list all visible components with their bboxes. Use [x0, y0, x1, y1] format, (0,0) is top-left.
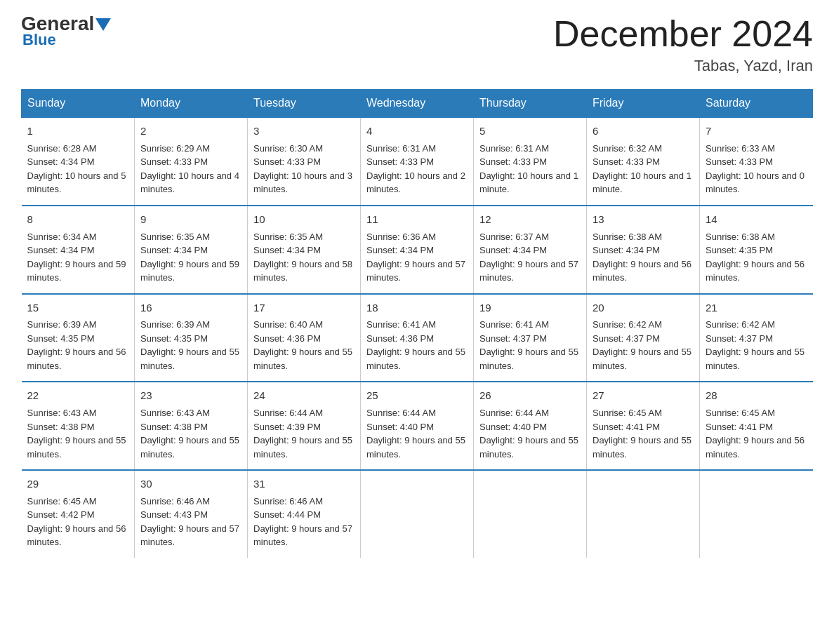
day-number: 26	[479, 388, 581, 403]
week-row-2: 8Sunrise: 6:34 AMSunset: 4:34 PMDaylight…	[22, 206, 813, 294]
day-number: 28	[706, 388, 807, 403]
calendar-header: SundayMondayTuesdayWednesdayThursdayFrid…	[22, 90, 813, 118]
week-row-1: 1Sunrise: 6:28 AMSunset: 4:34 PMDaylight…	[22, 117, 813, 206]
header-cell-thursday: Thursday	[474, 90, 587, 118]
day-number: 13	[593, 212, 694, 227]
day-number: 9	[140, 212, 241, 227]
calendar-cell: 16Sunrise: 6:39 AMSunset: 4:35 PMDayligh…	[135, 294, 248, 382]
day-number: 3	[253, 123, 355, 139]
calendar-cell: 3Sunrise: 6:30 AMSunset: 4:33 PMDaylight…	[248, 117, 361, 206]
day-number: 24	[253, 388, 355, 403]
header-cell-wednesday: Wednesday	[361, 90, 474, 118]
day-number: 15	[27, 300, 129, 316]
calendar-cell	[474, 470, 587, 558]
calendar-cell: 26Sunrise: 6:44 AMSunset: 4:40 PMDayligh…	[474, 382, 587, 470]
day-info: Sunrise: 6:42 AMSunset: 4:37 PMDaylight:…	[593, 318, 694, 373]
calendar-cell: 4Sunrise: 6:31 AMSunset: 4:33 PMDaylight…	[361, 117, 474, 206]
location-title: Tabas, Yazd, Iran	[553, 57, 813, 75]
day-info: Sunrise: 6:35 AMSunset: 4:34 PMDaylight:…	[140, 230, 241, 285]
logo-arrow-icon	[95, 18, 111, 31]
day-number: 7	[706, 123, 807, 139]
calendar-cell: 9Sunrise: 6:35 AMSunset: 4:34 PMDaylight…	[135, 206, 248, 294]
day-number: 11	[366, 212, 468, 227]
day-number: 2	[140, 123, 241, 139]
header-row: SundayMondayTuesdayWednesdayThursdayFrid…	[22, 90, 813, 118]
day-info: Sunrise: 6:34 AMSunset: 4:34 PMDaylight:…	[27, 230, 129, 285]
day-number: 6	[593, 123, 694, 139]
header-cell-saturday: Saturday	[700, 90, 813, 118]
day-info: Sunrise: 6:43 AMSunset: 4:38 PMDaylight:…	[140, 406, 241, 461]
day-number: 4	[366, 123, 468, 139]
calendar-cell: 23Sunrise: 6:43 AMSunset: 4:38 PMDayligh…	[135, 382, 248, 470]
day-number: 10	[253, 212, 355, 227]
calendar-cell: 15Sunrise: 6:39 AMSunset: 4:35 PMDayligh…	[22, 294, 135, 382]
day-info: Sunrise: 6:45 AMSunset: 4:41 PMDaylight:…	[593, 406, 694, 461]
calendar-cell: 30Sunrise: 6:46 AMSunset: 4:43 PMDayligh…	[135, 470, 248, 558]
calendar-cell: 5Sunrise: 6:31 AMSunset: 4:33 PMDaylight…	[474, 117, 587, 206]
day-number: 22	[27, 388, 129, 403]
day-number: 25	[366, 388, 468, 403]
day-info: Sunrise: 6:36 AMSunset: 4:34 PMDaylight:…	[366, 230, 468, 285]
calendar-cell: 24Sunrise: 6:44 AMSunset: 4:39 PMDayligh…	[248, 382, 361, 470]
day-info: Sunrise: 6:30 AMSunset: 4:33 PMDaylight:…	[253, 142, 355, 196]
calendar-cell: 17Sunrise: 6:40 AMSunset: 4:36 PMDayligh…	[248, 294, 361, 382]
week-row-3: 15Sunrise: 6:39 AMSunset: 4:35 PMDayligh…	[22, 294, 813, 382]
calendar-body: 1Sunrise: 6:28 AMSunset: 4:34 PMDaylight…	[22, 117, 813, 558]
svg-marker-0	[95, 18, 111, 31]
day-number: 27	[593, 388, 694, 403]
calendar-cell: 25Sunrise: 6:44 AMSunset: 4:40 PMDayligh…	[361, 382, 474, 470]
header-cell-friday: Friday	[587, 90, 700, 118]
day-number: 17	[253, 300, 355, 316]
calendar-cell	[587, 470, 700, 558]
calendar-cell: 14Sunrise: 6:38 AMSunset: 4:35 PMDayligh…	[700, 206, 813, 294]
day-number: 20	[593, 300, 694, 316]
day-number: 12	[479, 212, 581, 227]
calendar-cell: 6Sunrise: 6:32 AMSunset: 4:33 PMDaylight…	[587, 117, 700, 206]
header-cell-tuesday: Tuesday	[248, 90, 361, 118]
day-info: Sunrise: 6:33 AMSunset: 4:33 PMDaylight:…	[706, 142, 807, 196]
day-info: Sunrise: 6:38 AMSunset: 4:34 PMDaylight:…	[593, 230, 694, 285]
day-info: Sunrise: 6:39 AMSunset: 4:35 PMDaylight:…	[27, 318, 129, 373]
day-number: 1	[27, 123, 129, 139]
month-title: December 2024	[553, 14, 813, 54]
day-info: Sunrise: 6:31 AMSunset: 4:33 PMDaylight:…	[366, 142, 468, 196]
day-number: 30	[140, 476, 241, 492]
day-number: 19	[479, 300, 581, 316]
week-row-5: 29Sunrise: 6:45 AMSunset: 4:42 PMDayligh…	[22, 470, 813, 558]
day-info: Sunrise: 6:31 AMSunset: 4:33 PMDaylight:…	[479, 142, 581, 196]
day-number: 21	[706, 300, 807, 316]
day-info: Sunrise: 6:28 AMSunset: 4:34 PMDaylight:…	[27, 142, 129, 196]
calendar-cell: 20Sunrise: 6:42 AMSunset: 4:37 PMDayligh…	[587, 294, 700, 382]
title-section: December 2024 Tabas, Yazd, Iran	[553, 14, 813, 75]
day-number: 23	[140, 388, 241, 403]
day-info: Sunrise: 6:44 AMSunset: 4:40 PMDaylight:…	[366, 406, 468, 461]
calendar-cell: 27Sunrise: 6:45 AMSunset: 4:41 PMDayligh…	[587, 382, 700, 470]
header-cell-sunday: Sunday	[22, 90, 135, 118]
day-info: Sunrise: 6:32 AMSunset: 4:33 PMDaylight:…	[593, 142, 694, 196]
day-info: Sunrise: 6:35 AMSunset: 4:34 PMDaylight:…	[253, 230, 355, 285]
day-info: Sunrise: 6:46 AMSunset: 4:43 PMDaylight:…	[140, 495, 241, 549]
day-info: Sunrise: 6:39 AMSunset: 4:35 PMDaylight:…	[140, 318, 241, 373]
day-number: 18	[366, 300, 468, 316]
day-number: 14	[706, 212, 807, 227]
day-info: Sunrise: 6:43 AMSunset: 4:38 PMDaylight:…	[27, 406, 129, 461]
calendar-cell: 22Sunrise: 6:43 AMSunset: 4:38 PMDayligh…	[22, 382, 135, 470]
calendar-cell: 28Sunrise: 6:45 AMSunset: 4:41 PMDayligh…	[700, 382, 813, 470]
calendar-cell: 31Sunrise: 6:46 AMSunset: 4:44 PMDayligh…	[248, 470, 361, 558]
calendar-cell: 18Sunrise: 6:41 AMSunset: 4:36 PMDayligh…	[361, 294, 474, 382]
logo: General Blue	[21, 14, 111, 49]
week-row-4: 22Sunrise: 6:43 AMSunset: 4:38 PMDayligh…	[22, 382, 813, 470]
calendar-cell: 29Sunrise: 6:45 AMSunset: 4:42 PMDayligh…	[22, 470, 135, 558]
calendar-table: SundayMondayTuesdayWednesdayThursdayFrid…	[21, 89, 813, 558]
day-info: Sunrise: 6:44 AMSunset: 4:39 PMDaylight:…	[253, 406, 355, 461]
day-info: Sunrise: 6:45 AMSunset: 4:41 PMDaylight:…	[706, 406, 807, 461]
day-number: 8	[27, 212, 129, 227]
day-info: Sunrise: 6:45 AMSunset: 4:42 PMDaylight:…	[27, 495, 129, 549]
day-number: 16	[140, 300, 241, 316]
day-number: 5	[479, 123, 581, 139]
calendar-cell	[361, 470, 474, 558]
calendar-cell: 7Sunrise: 6:33 AMSunset: 4:33 PMDaylight…	[700, 117, 813, 206]
day-info: Sunrise: 6:40 AMSunset: 4:36 PMDaylight:…	[253, 318, 355, 373]
calendar-cell: 11Sunrise: 6:36 AMSunset: 4:34 PMDayligh…	[361, 206, 474, 294]
logo-blue: Blue	[21, 31, 56, 49]
